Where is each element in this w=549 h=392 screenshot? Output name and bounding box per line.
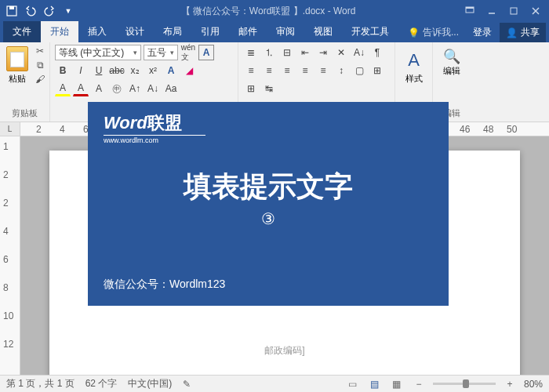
borders-icon[interactable]: ⊞ <box>369 63 385 78</box>
tab-insert[interactable]: 插入 <box>78 21 116 42</box>
ribbon-options-icon[interactable] <box>460 2 480 20</box>
tab-design[interactable]: 设计 <box>116 21 154 42</box>
minimize-icon[interactable] <box>482 2 502 20</box>
increase-indent-icon[interactable]: ⇥ <box>315 45 331 60</box>
close-icon[interactable] <box>525 2 546 20</box>
styles-button[interactable]: A 样式 <box>400 45 427 88</box>
tab-home[interactable]: 开始 <box>41 21 78 42</box>
multilevel-icon[interactable]: ⊟ <box>279 45 295 60</box>
edit-button[interactable]: 🔍 编辑 <box>438 45 466 80</box>
subscript-icon[interactable]: x₂ <box>127 63 143 78</box>
read-mode-icon[interactable]: ▭ <box>345 378 361 390</box>
styles-icon: A <box>402 48 427 73</box>
copy-icon[interactable]: ⧉ <box>33 59 47 71</box>
splash-overlay: Word联盟 www.wordlm.com 填表提示文字 ③ 微信公众号：Wor… <box>88 102 449 306</box>
status-lang[interactable]: 中文(中国) <box>128 377 172 390</box>
web-layout-icon[interactable]: ▦ <box>389 378 405 390</box>
print-layout-icon[interactable]: ▤ <box>367 378 383 390</box>
share-button[interactable]: 👤共享 <box>500 23 546 42</box>
share-icon: 👤 <box>506 27 518 38</box>
tabs-icon[interactable]: ↹ <box>261 81 277 96</box>
align-left-icon[interactable]: ≡ <box>243 63 259 78</box>
bullets-icon[interactable]: ≣ <box>243 45 259 60</box>
font-color-icon[interactable]: A <box>73 81 89 96</box>
bulb-icon: 💡 <box>408 27 420 38</box>
status-words[interactable]: 62 个字 <box>85 377 118 390</box>
italic-icon[interactable]: I <box>73 63 89 78</box>
overlay-title: 填表提示文字 <box>104 168 433 206</box>
sort-icon[interactable]: A↓ <box>351 45 367 60</box>
logo-url: www.wordlm.com <box>104 135 205 144</box>
underline-icon[interactable]: U <box>91 63 107 78</box>
login-button[interactable]: 登录 <box>465 26 500 39</box>
strike-icon[interactable]: abc <box>109 63 125 78</box>
justify-icon[interactable]: ≡ <box>297 63 313 78</box>
zoom-slider[interactable] <box>433 383 496 385</box>
paste-icon <box>6 46 28 71</box>
decrease-indent-icon[interactable]: ⇤ <box>297 45 313 60</box>
vertical-ruler[interactable]: 1224681012 <box>0 136 20 376</box>
grow-font-icon[interactable]: A↑ <box>127 81 143 96</box>
cut-icon[interactable]: ✂ <box>33 45 47 57</box>
distribute-icon[interactable]: ≡ <box>315 63 331 78</box>
highlight-icon[interactable]: A <box>55 81 71 96</box>
asian-layout-icon[interactable]: ✕ <box>333 45 349 60</box>
shrink-font-icon[interactable]: A↓ <box>145 81 161 96</box>
char-shading-icon[interactable]: A <box>91 81 107 96</box>
enclose-char-icon[interactable]: ㊥ <box>109 81 125 96</box>
overlay-footer: 微信公众号：Wordlm123 <box>104 278 225 292</box>
shading-icon[interactable]: ▢ <box>351 63 367 78</box>
svg-rect-3 <box>466 7 474 9</box>
qat-customize-icon[interactable]: ▼ <box>60 2 77 20</box>
tab-view[interactable]: 视图 <box>304 21 342 42</box>
superscript-icon[interactable]: x² <box>145 63 161 78</box>
save-icon[interactable] <box>3 2 20 20</box>
redo-icon[interactable] <box>41 2 58 20</box>
numbering-icon[interactable]: ⒈ <box>261 45 277 60</box>
zoom-out-icon[interactable]: − <box>411 378 427 390</box>
clear-format-icon[interactable]: ◢ <box>181 63 197 78</box>
line-spacing-icon[interactable]: ↕ <box>333 63 349 78</box>
tell-me[interactable]: 💡告诉我... <box>402 26 465 39</box>
svg-rect-5 <box>511 8 517 14</box>
status-insert-icon[interactable]: ✎ <box>183 379 191 390</box>
tab-dev[interactable]: 开发工具 <box>342 21 398 42</box>
font-size-combo[interactable]: 五号▾ <box>144 45 178 60</box>
snap-grid-icon[interactable]: ⊞ <box>243 81 259 96</box>
maximize-icon[interactable] <box>504 2 524 20</box>
form-field: 邮政编码] <box>89 344 481 358</box>
find-icon: 🔍 <box>443 48 460 65</box>
tab-file[interactable]: 文件 <box>3 21 41 42</box>
change-case-icon[interactable]: Aa <box>163 81 179 96</box>
bold-icon[interactable]: B <box>55 63 71 78</box>
zoom-level[interactable]: 80% <box>524 379 543 390</box>
font-name-combo[interactable]: 等线 (中文正文)▾ <box>55 45 141 60</box>
char-border-icon[interactable]: A <box>198 45 214 60</box>
clipboard-label: 剪贴板 <box>5 106 45 119</box>
text-effects-icon[interactable]: A <box>163 63 179 78</box>
window-title: 【 微信公众号：Word联盟 】.docx - Word <box>77 5 460 18</box>
undo-icon[interactable] <box>22 2 39 20</box>
align-right-icon[interactable]: ≡ <box>279 63 295 78</box>
overlay-number: ③ <box>104 209 433 228</box>
svg-rect-1 <box>9 6 14 9</box>
tab-mail[interactable]: 邮件 <box>229 21 267 42</box>
format-painter-icon[interactable]: 🖌 <box>33 73 47 85</box>
paste-button[interactable]: 粘贴 <box>5 45 30 86</box>
tab-layout[interactable]: 布局 <box>154 21 191 42</box>
align-center-icon[interactable]: ≡ <box>261 63 277 78</box>
chevron-down-icon: ▾ <box>133 49 137 56</box>
phonetic-guide-icon[interactable]: wén文 <box>180 45 196 60</box>
show-marks-icon[interactable]: ¶ <box>369 45 385 60</box>
status-page[interactable]: 第 1 页，共 1 页 <box>6 377 75 390</box>
tab-references[interactable]: 引用 <box>191 21 229 42</box>
zoom-in-icon[interactable]: + <box>502 378 518 390</box>
tab-review[interactable]: 审阅 <box>267 21 304 42</box>
logo-text: Word联盟 <box>104 111 182 135</box>
chevron-down-icon: ▾ <box>170 49 174 56</box>
tab-selector[interactable]: L <box>0 122 20 136</box>
